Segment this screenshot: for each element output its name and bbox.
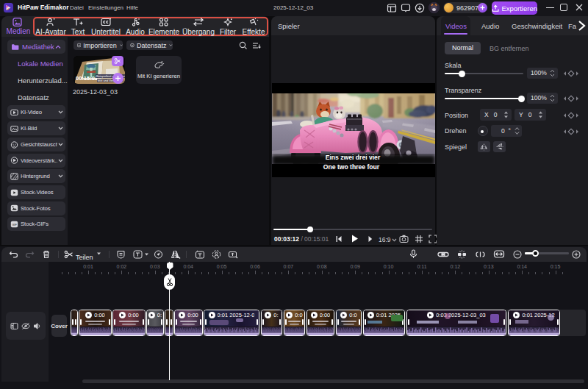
svg-text:One two three four: One two three four xyxy=(323,163,380,171)
svg-text:GIF: GIF xyxy=(12,223,17,226)
svg-text:Eins zwei drei vier: Eins zwei drei vier xyxy=(326,154,381,161)
